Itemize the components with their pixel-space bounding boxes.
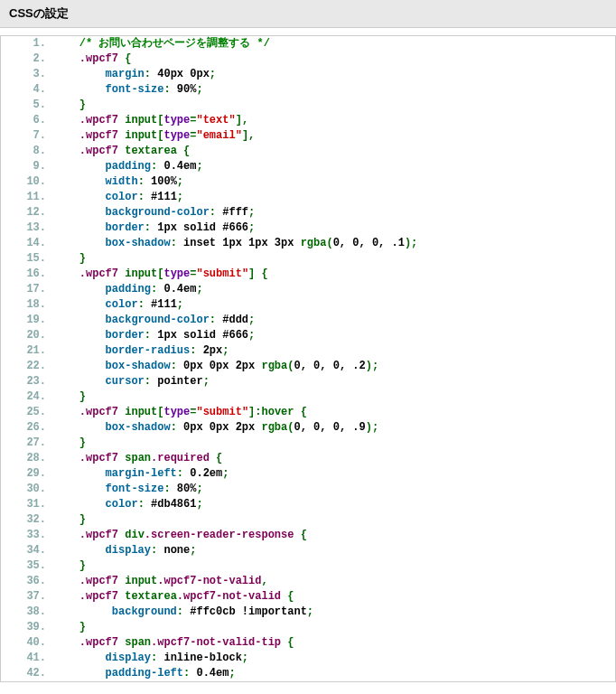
code-content[interactable]: font-size: 90%; <box>53 82 615 98</box>
code-line[interactable]: 37. .wpcf7 textarea.wpcf7-not-valid { <box>1 589 615 605</box>
code-line[interactable]: 36. .wpcf7 input.wpcf7-not-valid, <box>1 574 615 589</box>
code-line[interactable]: 26. box-shadow: 0px 0px 2px rgba(0, 0, 0… <box>1 420 615 436</box>
code-line[interactable]: 8. .wpcf7 textarea { <box>1 144 615 159</box>
code-line[interactable]: 20. border: 1px solid #666; <box>1 328 615 343</box>
code-content[interactable]: .wpcf7 div.screen-reader-response { <box>53 528 615 543</box>
line-number: 39. <box>1 620 53 635</box>
code-line[interactable]: 14. box-shadow: inset 1px 1px 3px rgba(0… <box>1 236 615 251</box>
line-number: 28. <box>1 451 53 466</box>
code-content[interactable]: } <box>53 251 615 267</box>
code-line[interactable]: 12. background-color: #fff; <box>1 205 615 220</box>
code-line[interactable]: 32. } <box>1 512 615 528</box>
code-content[interactable]: background-color: #ddd; <box>53 313 615 328</box>
code-line[interactable]: 23. cursor: pointer; <box>1 374 615 389</box>
code-content[interactable]: .wpcf7 textarea.wpcf7-not-valid { <box>53 589 615 605</box>
code-content[interactable]: background-color: #fff; <box>53 205 615 220</box>
code-content[interactable]: } <box>53 512 615 528</box>
code-line[interactable]: 6. .wpcf7 input[type="text"], <box>1 113 615 128</box>
code-line[interactable]: 5. } <box>1 98 615 113</box>
code-line[interactable]: 10. width: 100%; <box>1 174 615 190</box>
code-content[interactable]: display: none; <box>53 543 615 558</box>
line-number: 38. <box>1 605 53 620</box>
code-content[interactable]: .wpcf7 { <box>53 52 615 67</box>
code-content[interactable]: .wpcf7 span.required { <box>53 451 615 466</box>
code-line[interactable]: 31. color: #db4861; <box>1 497 615 512</box>
code-line[interactable]: 41. display: inline-block; <box>1 651 615 666</box>
code-line[interactable]: 1. /* お問い合わせページを調整する */ <box>1 36 615 52</box>
code-line[interactable]: 16. .wpcf7 input[type="submit"] { <box>1 267 615 282</box>
code-content[interactable]: } <box>53 98 615 113</box>
code-content[interactable]: } <box>53 620 615 635</box>
code-content[interactable]: border: 1px solid #666; <box>53 220 615 236</box>
line-number: 33. <box>1 528 53 543</box>
code-content[interactable]: } <box>53 389 615 405</box>
code-line[interactable]: 17. padding: 0.4em; <box>1 282 615 297</box>
code-content[interactable]: box-shadow: 0px 0px 2px rgba(0, 0, 0, .9… <box>53 420 615 436</box>
code-content[interactable]: border-radius: 2px; <box>53 343 615 359</box>
line-number: 16. <box>1 267 53 282</box>
code-content[interactable]: } <box>53 558 615 574</box>
code-line[interactable]: 30. font-size: 80%; <box>1 482 615 497</box>
code-line[interactable]: 33. .wpcf7 div.screen-reader-response { <box>1 528 615 543</box>
code-content[interactable]: color: #111; <box>53 190 615 205</box>
code-content[interactable]: padding: 0.4em; <box>53 282 615 297</box>
code-line[interactable]: 24. } <box>1 389 615 405</box>
code-line[interactable]: 34. display: none; <box>1 543 615 558</box>
code-line[interactable]: 22. box-shadow: 0px 0px 2px rgba(0, 0, 0… <box>1 359 615 374</box>
code-content[interactable]: padding: 0.4em; <box>53 159 615 174</box>
code-line[interactable]: 18. color: #111; <box>1 297 615 313</box>
line-number: 4. <box>1 82 53 98</box>
line-number: 14. <box>1 236 53 251</box>
code-line[interactable]: 28. .wpcf7 span.required { <box>1 451 615 466</box>
code-content[interactable]: box-shadow: inset 1px 1px 3px rgba(0, 0,… <box>53 236 615 251</box>
panel-title: CSSの設定 <box>9 6 69 20</box>
code-line[interactable]: 3. margin: 40px 0px; <box>1 67 615 82</box>
code-content[interactable]: margin-left: 0.2em; <box>53 466 615 482</box>
code-editor[interactable]: 1. /* お問い合わせページを調整する */2. .wpcf7 {3. mar… <box>0 35 616 682</box>
code-content[interactable]: margin: 40px 0px; <box>53 67 615 82</box>
code-line[interactable]: 42. padding-left: 0.4em; <box>1 666 615 681</box>
code-content[interactable]: /* お問い合わせページを調整する */ <box>53 36 615 52</box>
line-number: 9. <box>1 159 53 174</box>
panel-header: CSSの設定 <box>0 0 616 28</box>
code-line[interactable]: 27. } <box>1 436 615 451</box>
code-content[interactable]: cursor: pointer; <box>53 374 615 389</box>
code-line[interactable]: 40. .wpcf7 span.wpcf7-not-valid-tip { <box>1 635 615 651</box>
code-line[interactable]: 9. padding: 0.4em; <box>1 159 615 174</box>
code-line[interactable]: 7. .wpcf7 input[type="email"], <box>1 128 615 144</box>
line-number: 36. <box>1 574 53 589</box>
code-content[interactable]: color: #111; <box>53 297 615 313</box>
code-line[interactable]: 19. background-color: #ddd; <box>1 313 615 328</box>
code-content[interactable]: } <box>53 436 615 451</box>
code-content[interactable]: .wpcf7 input.wpcf7-not-valid, <box>53 574 615 589</box>
code-content[interactable]: .wpcf7 textarea { <box>53 144 615 159</box>
code-content[interactable]: background: #ffc0cb !important; <box>53 605 615 620</box>
code-content[interactable]: font-size: 80%; <box>53 482 615 497</box>
code-line[interactable]: 21. border-radius: 2px; <box>1 343 615 359</box>
code-line[interactable]: 25. .wpcf7 input[type="submit"]:hover { <box>1 405 615 420</box>
code-content[interactable]: .wpcf7 input[type="email"], <box>53 128 615 144</box>
code-line[interactable]: 29. margin-left: 0.2em; <box>1 466 615 482</box>
line-number: 27. <box>1 436 53 451</box>
code-content[interactable]: padding-left: 0.4em; <box>53 666 615 681</box>
code-content[interactable]: border: 1px solid #666; <box>53 328 615 343</box>
line-number: 35. <box>1 558 53 574</box>
code-content[interactable]: box-shadow: 0px 0px 2px rgba(0, 0, 0, .2… <box>53 359 615 374</box>
code-content[interactable]: width: 100%; <box>53 174 615 190</box>
code-content[interactable]: color: #db4861; <box>53 497 615 512</box>
code-content[interactable]: .wpcf7 input[type="submit"] { <box>53 267 615 282</box>
code-line[interactable]: 11. color: #111; <box>1 190 615 205</box>
code-line[interactable]: 39. } <box>1 620 615 635</box>
code-content[interactable]: .wpcf7 span.wpcf7-not-valid-tip { <box>53 635 615 651</box>
code-content[interactable]: display: inline-block; <box>53 651 615 666</box>
code-content[interactable]: .wpcf7 input[type="submit"]:hover { <box>53 405 615 420</box>
code-line[interactable]: 15. } <box>1 251 615 267</box>
line-number: 34. <box>1 543 53 558</box>
code-line[interactable]: 35. } <box>1 558 615 574</box>
code-line[interactable]: 2. .wpcf7 { <box>1 52 615 67</box>
code-line[interactable]: 38. background: #ffc0cb !important; <box>1 605 615 620</box>
code-content[interactable]: .wpcf7 input[type="text"], <box>53 113 615 128</box>
code-line[interactable]: 13. border: 1px solid #666; <box>1 220 615 236</box>
code-line[interactable]: 4. font-size: 90%; <box>1 82 615 98</box>
line-number: 26. <box>1 420 53 436</box>
